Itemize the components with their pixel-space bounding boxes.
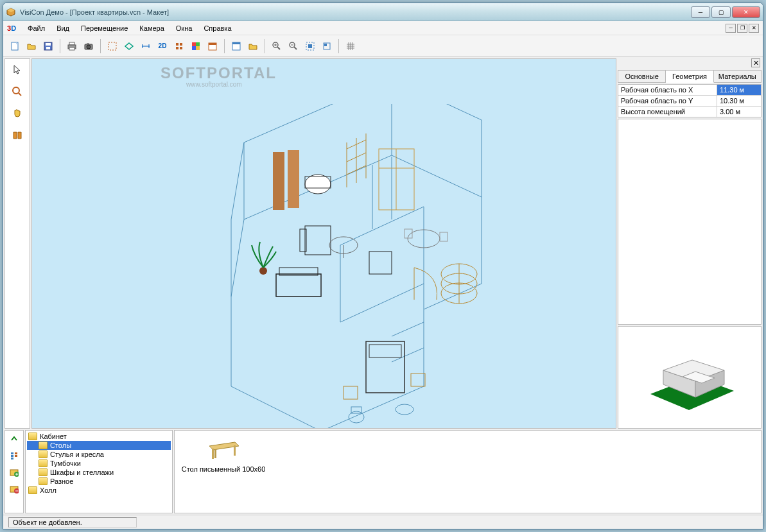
svg-rect-74 — [411, 373, 425, 386]
catalog-items[interactable]: Стол письменный 100x60 — [174, 430, 762, 513]
svg-rect-84 — [11, 455, 13, 457]
mdi-close-button[interactable]: ✕ — [749, 24, 759, 33]
tab-materials[interactable]: Материалы — [714, 71, 761, 82]
mdi-restore-button[interactable]: ❐ — [737, 24, 747, 33]
floor-button[interactable] — [121, 39, 137, 54]
svg-rect-73 — [344, 386, 358, 399]
svg-rect-94 — [234, 445, 236, 456]
svg-rect-11 — [87, 43, 89, 44]
tree-folder[interactable]: Разное — [27, 477, 171, 486]
tree-folder[interactable]: Стулья и кресла — [27, 450, 171, 459]
dimensions-button[interactable] — [138, 39, 153, 54]
folder-icon — [39, 468, 48, 476]
property-row[interactable]: Рабочая область по X 11.30 м — [618, 85, 761, 96]
menu-camera[interactable]: Камера — [134, 22, 169, 34]
toolbar: 2D — [3, 35, 763, 57]
materials-button[interactable] — [188, 39, 204, 54]
tree-add-button[interactable] — [8, 467, 21, 478]
panel-close-button[interactable]: ✕ — [751, 58, 760, 67]
orbit-tool[interactable] — [8, 127, 26, 144]
menu-help[interactable]: Справка — [198, 22, 236, 34]
svg-line-30 — [277, 47, 280, 49]
tree-label: Кабинет — [40, 433, 67, 440]
tree-list-button[interactable] — [8, 450, 21, 461]
tree-folder-root[interactable]: Кабинет — [27, 432, 171, 441]
svg-rect-24 — [196, 46, 200, 50]
svg-point-77 — [396, 404, 413, 415]
tree-remove-button[interactable] — [8, 483, 21, 495]
svg-point-55 — [259, 267, 267, 275]
menu-windows[interactable]: Окна — [171, 22, 198, 34]
svg-point-44 — [305, 175, 331, 194]
property-row[interactable]: Рабочая область по Y 10.30 м — [618, 96, 761, 107]
tree-folder[interactable]: Холл — [27, 486, 171, 495]
menu-file[interactable]: Файл — [22, 22, 50, 34]
svg-rect-37 — [308, 44, 312, 48]
walls-button[interactable] — [105, 39, 120, 54]
svg-rect-23 — [192, 46, 196, 50]
property-value[interactable]: 10.30 м — [717, 96, 761, 106]
zoom-window-button[interactable] — [319, 39, 335, 54]
folder-button[interactable] — [245, 39, 261, 54]
menubar: 3D Файл Вид Перемещение Камера Окна Спра… — [3, 21, 763, 35]
overview-viewport[interactable] — [618, 326, 762, 429]
browser-button[interactable] — [229, 39, 244, 54]
select-tool[interactable] — [8, 62, 26, 78]
zoom-tool[interactable] — [8, 83, 26, 100]
catalog-item[interactable]: Стол письменный 100x60 — [178, 434, 268, 509]
catalog-area: Кабинет Столы Стулья и кресла Тумбочки Ш… — [4, 430, 762, 513]
zoom-out-button[interactable] — [286, 39, 301, 54]
svg-rect-93 — [212, 449, 214, 459]
open-button[interactable] — [24, 39, 39, 54]
viewport-3d[interactable]: SOFTPORTAL www.softportal.com — [31, 58, 616, 429]
svg-rect-86 — [15, 452, 17, 454]
property-row[interactable]: Высота помещений 3.00 м — [618, 107, 761, 117]
pan-tool[interactable] — [8, 105, 26, 122]
property-value[interactable]: 3.00 м — [717, 107, 761, 117]
folder-icon — [39, 450, 48, 458]
grid-snap-button[interactable] — [171, 39, 187, 54]
svg-rect-72 — [369, 345, 401, 357]
camera-button[interactable] — [81, 39, 96, 54]
tree-up-button[interactable] — [8, 433, 21, 445]
properties-table: Рабочая область по X 11.30 м Рабочая обл… — [618, 84, 762, 117]
menu-move[interactable]: Перемещение — [76, 22, 133, 34]
maximize-button[interactable]: ▢ — [711, 6, 731, 18]
grid-toggle-button[interactable] — [343, 39, 358, 54]
menu-view[interactable]: Вид — [51, 22, 74, 34]
tree-folder[interactable]: Шкафы и стеллажи — [27, 468, 171, 477]
view-2d-button[interactable]: 2D — [155, 39, 170, 54]
titlebar: VisiCon Демо - [Проект квартиры.vcn - Ма… — [3, 3, 763, 21]
property-label: Рабочая область по X — [618, 85, 717, 95]
tab-geometry[interactable]: Геометрия — [666, 71, 713, 83]
catalog-item-label: Стол письменный 100x60 — [178, 465, 268, 473]
folder-icon — [39, 459, 48, 467]
svg-rect-56 — [276, 274, 321, 296]
svg-rect-62 — [369, 252, 392, 274]
close-button[interactable]: ✕ — [732, 6, 760, 18]
calendar-button[interactable] — [205, 39, 220, 54]
property-tabs: Основные Геометрия Материалы — [618, 70, 762, 83]
tree-label: Стулья и кресла — [50, 450, 104, 458]
svg-point-10 — [87, 45, 91, 49]
mdi-minimize-button[interactable]: ─ — [726, 24, 736, 33]
tree-label: Тумбочки — [50, 459, 81, 467]
logo-3d: 3D — [7, 24, 16, 32]
tab-main[interactable]: Основные — [618, 71, 666, 82]
catalog-tree[interactable]: Кабинет Столы Стулья и кресла Тумбочки Ш… — [25, 430, 173, 513]
svg-rect-65 — [440, 232, 448, 241]
catalog-thumbnail — [204, 434, 243, 463]
tree-folder[interactable]: Тумбочки — [27, 459, 171, 468]
save-button[interactable] — [40, 39, 56, 54]
zoom-in-button[interactable] — [269, 39, 284, 54]
svg-rect-19 — [176, 47, 178, 49]
tree-label: Шкафы и стеллажи — [50, 468, 114, 476]
svg-rect-6 — [69, 42, 74, 45]
new-button[interactable] — [7, 39, 22, 54]
property-value[interactable]: 11.30 м — [717, 85, 761, 95]
print-button[interactable] — [64, 39, 80, 54]
zoom-fit-button[interactable] — [302, 39, 318, 54]
svg-line-34 — [294, 47, 297, 49]
minimize-button[interactable]: ─ — [691, 6, 710, 18]
tree-folder[interactable]: Столы — [27, 441, 171, 450]
